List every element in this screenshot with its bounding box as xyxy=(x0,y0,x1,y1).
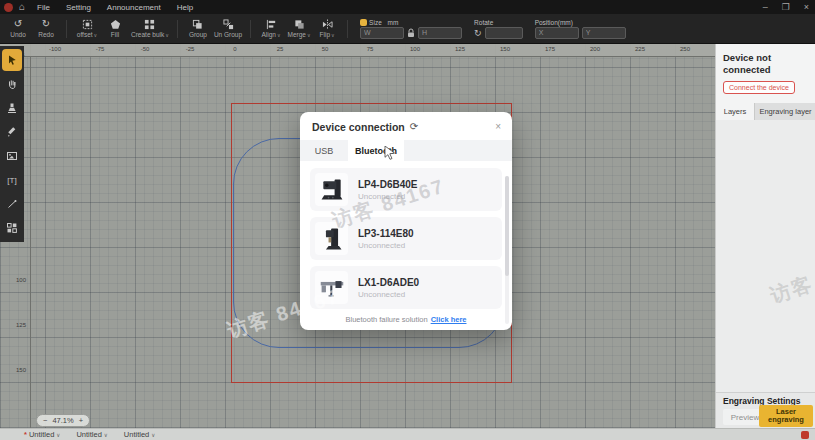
toolbar-divider xyxy=(347,20,348,38)
create-bulk-button[interactable]: Create bulk∨ xyxy=(131,19,169,38)
menu-file[interactable]: File xyxy=(37,3,50,12)
image-tool[interactable] xyxy=(2,145,22,167)
laser-engraving-button[interactable]: Laser engraving xyxy=(759,405,813,427)
device-lp4-icon xyxy=(315,173,348,206)
redo-button[interactable]: ↻ Redo xyxy=(34,19,58,38)
document-tab[interactable]: Untitled ∨ xyxy=(76,430,107,439)
pan-tool[interactable] xyxy=(2,73,22,95)
align-button[interactable]: Align∨ xyxy=(259,19,283,38)
caret-down-icon: ∨ xyxy=(94,32,98,38)
device-lp3-icon xyxy=(315,222,348,255)
menu-help[interactable]: Help xyxy=(177,3,193,12)
caret-down-icon: ∨ xyxy=(277,32,281,38)
text-tool[interactable]: [T] xyxy=(2,169,22,191)
home-icon[interactable]: ⌂ xyxy=(19,2,25,12)
hand-icon xyxy=(6,78,18,90)
lock-ratio-icon[interactable] xyxy=(407,28,415,38)
tab-usb[interactable]: USB xyxy=(300,140,348,161)
dialog-title: Device connection xyxy=(312,121,405,133)
device-list-item[interactable]: LP4-D6B40E Unconnected xyxy=(310,168,502,211)
pen-tool[interactable] xyxy=(2,121,22,143)
ruler-tick-label: 125 xyxy=(455,46,465,52)
red-indicator-icon xyxy=(801,431,809,439)
caret-down-icon: ∨ xyxy=(151,432,155,438)
rotate-icon[interactable]: ↻ xyxy=(474,28,482,38)
undo-button[interactable]: ↺ Undo xyxy=(6,19,30,38)
device-list: LP4-D6B40E Unconnected LP3-114E80 Unconn… xyxy=(300,161,512,309)
document-tab[interactable]: Untitled ∨ xyxy=(124,430,155,439)
caret-down-icon: ∨ xyxy=(56,432,60,438)
merge-button[interactable]: Merge∨ xyxy=(287,19,311,38)
size-group: Size mm xyxy=(360,19,462,39)
width-input[interactable] xyxy=(360,27,404,39)
rotate-input[interactable] xyxy=(485,27,523,39)
group-icon xyxy=(192,19,203,30)
device-name: LP4-D6B40E xyxy=(358,179,417,190)
modal-scrollbar[interactable] xyxy=(505,176,509,324)
offset-button[interactable]: offset∨ xyxy=(75,19,99,38)
fill-button[interactable]: Fill xyxy=(103,19,127,38)
position-y-input[interactable] xyxy=(582,27,626,39)
connect-device-button[interactable]: Connect the device xyxy=(723,81,795,94)
zoom-in-button[interactable]: + xyxy=(79,415,83,426)
scrollbar-thumb[interactable] xyxy=(505,176,509,276)
tab-engraving-layer[interactable]: Engraving layer xyxy=(754,103,815,120)
redo-icon: ↻ xyxy=(42,19,50,30)
ruler-left-line xyxy=(30,44,31,428)
ruler-tick-label: 50 xyxy=(322,46,329,52)
title-bar: ⌂ File Setting Announcement Help – ❐ × xyxy=(0,0,815,14)
zoom-out-button[interactable]: − xyxy=(43,415,47,426)
caret-down-icon: ∨ xyxy=(104,432,108,438)
pencil-icon xyxy=(6,126,18,138)
ruler-tick-label: 225 xyxy=(635,46,645,52)
menu-announcement[interactable]: Announcement xyxy=(107,3,161,12)
engraving-settings-section: Engraving Settings Preview Laser engravi… xyxy=(716,392,815,428)
stamp-tool[interactable] xyxy=(2,97,22,119)
flip-button[interactable]: Flip∨ xyxy=(315,19,339,38)
material-test-tool[interactable] xyxy=(2,217,22,239)
material-test-icon xyxy=(6,222,18,234)
device-list-item[interactable]: LP3-114E80 Unconnected xyxy=(310,217,502,260)
undo-icon: ↺ xyxy=(14,19,22,30)
position-x-input[interactable] xyxy=(535,27,579,39)
ungroup-button[interactable]: Un Group xyxy=(214,19,242,38)
unit-toggle-icon[interactable] xyxy=(360,19,367,26)
device-status: Unconnected xyxy=(358,192,417,201)
ruler-tick-label: -25 xyxy=(186,46,195,52)
ruler-tick-label: -75 xyxy=(96,46,105,52)
close-button[interactable]: × xyxy=(804,3,809,12)
ruler-tick-label: 150 xyxy=(16,367,26,373)
device-status-text: Device not xyxy=(723,52,809,64)
ungroup-icon xyxy=(223,19,234,30)
device-name: LX1-D6ADE0 xyxy=(358,277,419,288)
bluetooth-help-text: Bluetooth failure solution xyxy=(346,315,428,324)
height-input[interactable] xyxy=(418,27,462,39)
group-button[interactable]: Group xyxy=(186,19,210,38)
device-list-item[interactable]: LX1-D6ADE0 Unconnected xyxy=(310,266,502,309)
toolbar-divider xyxy=(66,20,67,38)
device-connection-dialog: Device connection ⟳ × USB Bluetooth LP4-… xyxy=(300,112,512,330)
maximize-button[interactable]: ❐ xyxy=(782,3,790,12)
zoom-level: 47.1% xyxy=(52,415,73,426)
select-tool[interactable] xyxy=(2,49,22,71)
ruler-top: -100-75-50-25025507510012515017520022525… xyxy=(0,44,715,57)
tab-layers[interactable]: Layers xyxy=(716,103,754,120)
unsaved-indicator: * xyxy=(24,430,27,439)
menu-setting[interactable]: Setting xyxy=(66,3,91,12)
select-arrow-icon xyxy=(6,54,18,66)
line-tool[interactable] xyxy=(2,193,22,215)
menu-bar: File Setting Announcement Help xyxy=(37,3,193,12)
bluetooth-help-link[interactable]: Click here xyxy=(431,315,467,324)
document-tab-bar: * Untitled ∨ Untitled ∨ Untitled ∨ xyxy=(0,428,815,440)
right-panel: P Device not connected Connect the devic… xyxy=(715,44,815,428)
bluetooth-help-row: Bluetooth failure solutionClick here xyxy=(300,315,512,324)
refresh-icon[interactable]: ⟳ xyxy=(410,122,418,132)
align-icon xyxy=(266,19,277,30)
toolbar-divider xyxy=(177,20,178,38)
dialog-close-button[interactable]: × xyxy=(495,122,501,132)
minimize-button[interactable]: – xyxy=(763,3,768,12)
ruler-tick-label: 200 xyxy=(590,46,600,52)
text-icon: [T] xyxy=(7,176,16,185)
laser-engraving-label: engraving xyxy=(768,416,804,424)
document-tab[interactable]: * Untitled ∨ xyxy=(24,430,60,439)
